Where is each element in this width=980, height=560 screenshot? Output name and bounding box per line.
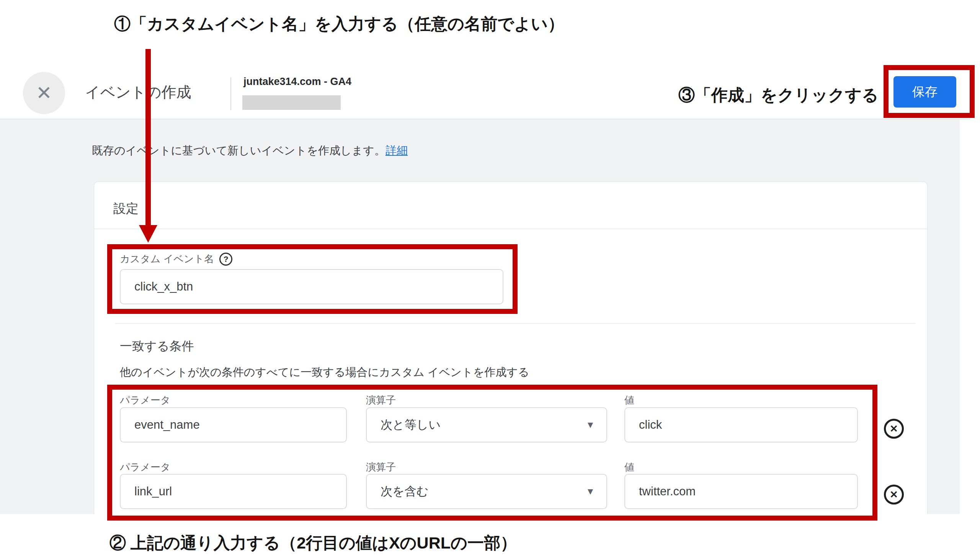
row1-parameter-input[interactable]	[120, 407, 347, 442]
remove-circle-x-icon: ✕	[890, 424, 898, 434]
row1-remove-condition-button[interactable]: ✕	[884, 419, 904, 439]
row2-value-label: 値	[624, 460, 634, 474]
property-name: juntake314.com - GA4	[243, 76, 352, 88]
row1-operator-value: 次と等しい	[380, 417, 441, 433]
row1-parameter-label: パラメータ	[120, 393, 170, 407]
intro-sentence: 既存のイベントに基づいて新しいイベントを作成します。	[92, 144, 385, 157]
row2-parameter-label: パラメータ	[120, 460, 170, 474]
custom-event-name-label-text: カスタム イベント名	[120, 252, 214, 266]
row2-operator-value: 次を含む	[380, 483, 428, 500]
matching-conditions-description: 他のイベントが次の条件のすべてに一致する場合にカスタム イベントを作成する	[120, 365, 530, 380]
row2-value-input[interactable]	[624, 474, 858, 509]
card-divider-top	[94, 228, 927, 229]
custom-event-name-label: カスタム イベント名 ?	[120, 252, 232, 266]
red-arrow-head-icon	[139, 225, 157, 243]
remove-circle-x-icon: ✕	[890, 490, 898, 500]
chevron-down-icon: ▼	[586, 420, 595, 430]
property-id-redacted	[242, 95, 341, 110]
card-divider-middle	[115, 323, 915, 324]
save-button[interactable]: 保存	[893, 76, 956, 108]
details-link[interactable]: 詳細	[385, 144, 408, 157]
annotation-step3: ③「作成」をクリックする	[678, 84, 878, 107]
ga4-create-event-screenshot: ①「カスタムイベント名」を入力する（任意の名前でよい） ③「作成」をクリックする…	[0, 0, 980, 560]
row2-parameter-input[interactable]	[120, 474, 347, 509]
close-icon: ✕	[36, 83, 52, 103]
row1-operator-select[interactable]: 次と等しい ▼	[366, 407, 607, 442]
intro-text: 既存のイベントに基づいて新しいイベントを作成します。詳細	[92, 143, 408, 158]
help-icon[interactable]: ?	[219, 253, 232, 266]
row2-operator-select[interactable]: 次を含む ▼	[366, 474, 607, 509]
red-arrow-shaft	[145, 49, 151, 226]
row1-value-label: 値	[624, 393, 634, 407]
annotation-step1: ①「カスタムイベント名」を入力する（任意の名前でよい）	[114, 13, 564, 35]
row1-value-input[interactable]	[624, 407, 858, 442]
close-button[interactable]: ✕	[23, 72, 65, 114]
settings-title: 設定	[113, 200, 138, 217]
row2-operator-label: 演算子	[366, 460, 396, 474]
header-divider	[230, 77, 231, 110]
row1-operator-label: 演算子	[366, 393, 396, 407]
annotation-step2: ② 上記の通り入力する（2行目の値はXのURLの一部）	[110, 532, 517, 554]
matching-conditions-title: 一致する条件	[120, 338, 194, 355]
row2-remove-condition-button[interactable]: ✕	[884, 485, 904, 505]
chevron-down-icon: ▼	[586, 486, 595, 497]
settings-card: 設定 カスタム イベント名 ? 一致する条件 他のイベントが次の条件のすべてに一…	[94, 182, 928, 514]
custom-event-name-input[interactable]	[120, 269, 503, 304]
dialog-title: イベントの作成	[85, 82, 192, 103]
